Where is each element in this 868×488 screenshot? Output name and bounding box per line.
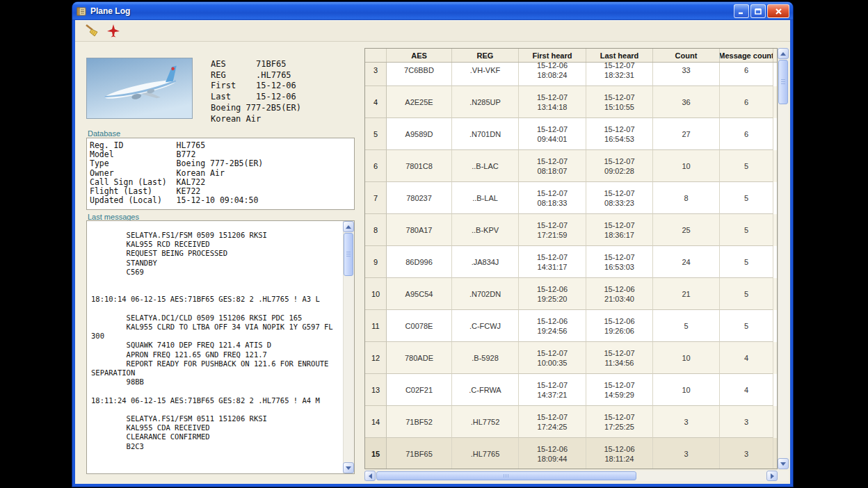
reg-cell: .C-FCWJ — [452, 310, 519, 342]
table-row[interactable]: 8 780A17 ..B-KPV 15-12-0717:21:59 15-12-… — [365, 214, 777, 246]
table-row-selected[interactable]: 15 71BF65 .HL7765 15-12-0618:09:44 15-12… — [365, 438, 777, 469]
message-count-cell: 3 — [720, 406, 773, 438]
count-cell: 10 — [653, 342, 720, 374]
count-cell: 10 — [653, 374, 720, 406]
reg-cell: .JA834J — [452, 246, 519, 278]
row-number-cell: 12 — [365, 342, 387, 374]
header-first-heard[interactable]: First heard — [519, 49, 586, 62]
table-row[interactable]: 10 A95C54 .N702DN 15-12-0619:25:20 15-12… — [365, 278, 777, 310]
table-row[interactable]: 4 A2E25E .N285UP 15-12-0713:14:18 15-12-… — [365, 86, 777, 118]
reg-cell: .HL7765 — [452, 438, 519, 469]
scroll-down-button[interactable] — [343, 462, 354, 473]
last-heard-cell: 15-12-0709:02:28 — [586, 150, 653, 182]
scroll-down-button[interactable] — [778, 458, 789, 469]
message-count-cell: 3 — [720, 438, 773, 469]
aes-cell: C0078E — [387, 310, 452, 342]
message-count-cell: 4 — [720, 342, 773, 374]
header-reg[interactable]: REG — [452, 49, 519, 62]
header-blank[interactable] — [365, 49, 387, 62]
scroll-up-button[interactable] — [778, 48, 789, 59]
row-number-cell: 6 — [365, 150, 387, 182]
table-row[interactable]: 11 C0078E .C-FCWJ 15-12-0619:24:56 15-12… — [365, 310, 777, 342]
count-cell: 25 — [653, 214, 720, 246]
arrow-right-icon — [771, 473, 777, 479]
table-row[interactable]: 13 C02F21 .C-FRWA 15-12-0714:37:21 15-12… — [365, 374, 777, 406]
table-row[interactable]: 5 A9589D .N701DN 15-12-0709:44:01 15-12-… — [365, 118, 777, 150]
header-message-count[interactable]: Message count — [720, 49, 773, 62]
table-scrollbar-thumb[interactable] — [778, 60, 788, 104]
message-count-cell: 5 — [720, 182, 773, 214]
maximize-button[interactable] — [750, 4, 766, 18]
table-row[interactable]: 7 780237 ..B-LAL 15-12-0708:18:33 15-12-… — [365, 182, 777, 214]
header-aes[interactable]: AES — [387, 49, 452, 62]
table-row[interactable]: 6 7801C8 ..B-LAC 15-12-0708:18:07 15-12-… — [365, 150, 777, 182]
messages-text[interactable]: SELATYA.FS1/FSM 0509 151206 RKSI KAL955 … — [87, 221, 342, 473]
window-title: Plane Log — [90, 6, 130, 16]
first-heard-cell: 15-12-0717:21:59 — [519, 214, 586, 246]
close-button[interactable] — [767, 4, 789, 18]
messages-vertical-scrollbar[interactable] — [343, 221, 354, 473]
aes-cell: A2E25E — [387, 86, 452, 118]
reg-cell: ..B-LAL — [452, 182, 519, 214]
first-heard-cell: 15-12-0708:18:33 — [519, 182, 586, 214]
message-count-cell: 6 — [720, 86, 773, 118]
last-heard-cell: 15-12-0714:59:29 — [586, 374, 653, 406]
aes-cell: 71BF65 — [387, 438, 452, 469]
table-row[interactable]: 12 780ADE .B-5928 15-12-0710:00:35 15-12… — [365, 342, 777, 374]
reg-cell: .HL7752 — [452, 406, 519, 438]
aes-cell: A95C54 — [387, 278, 452, 310]
aes-cell: 780237 — [387, 182, 452, 214]
count-cell: 21 — [653, 278, 720, 310]
row-number-cell: 5 — [365, 118, 387, 150]
clear-log-button[interactable] — [82, 22, 100, 40]
last-heard-cell: 15-12-0715:10:55 — [586, 86, 653, 118]
database-panel: Reg. IDHL7765 ModelB772 TypeBoeing 777-2… — [86, 138, 355, 210]
table-hscrollbar-thumb[interactable] — [376, 471, 636, 480]
aes-cell: 780ADE — [387, 342, 452, 374]
reg-cell: ..B-KPV — [452, 214, 519, 246]
aes-cell: C02F21 — [387, 374, 452, 406]
first-heard-cell: 15-12-0618:09:44 — [519, 438, 586, 469]
message-count-cell: 5 — [720, 310, 773, 342]
table-horizontal-scrollbar[interactable] — [364, 471, 778, 481]
aircraft-marker-button[interactable] — [104, 22, 122, 40]
message-count-cell: 4 — [720, 374, 773, 406]
reg-cell: .N702DN — [452, 278, 519, 310]
scroll-left-button[interactable] — [364, 471, 376, 481]
first-heard-cell: 15-12-0618:08:24 — [519, 63, 586, 86]
database-field: Reg. IDHL7765 — [90, 141, 351, 150]
header-last-heard[interactable]: Last heard — [586, 49, 653, 62]
first-heard-cell: 15-12-0619:25:20 — [519, 278, 586, 310]
header-count[interactable]: Count — [653, 49, 720, 62]
database-field: OwnerKorean Air — [90, 169, 351, 178]
aes-cell: 71BF52 — [387, 406, 452, 438]
red-plane-icon — [106, 23, 121, 38]
minimize-icon — [737, 7, 746, 15]
scrollbar-corner — [778, 471, 789, 481]
scroll-right-button[interactable] — [766, 471, 778, 481]
first-heard-cell: 15-12-0709:44:01 — [519, 118, 586, 150]
last-heard-cell: 15-12-0716:53:03 — [586, 246, 653, 278]
reg-cell: .VH-VKF — [452, 63, 519, 86]
table-row[interactable]: 3 7C6BBD .VH-VKF 15-12-0618:08:24 15-12-… — [365, 63, 777, 86]
table-row[interactable]: 9 86D996 .JA834J 15-12-0714:31:17 15-12-… — [365, 246, 777, 278]
message-count-cell: 5 — [720, 278, 773, 310]
reg-cell: .N285UP — [452, 86, 519, 118]
table-vertical-scrollbar[interactable] — [778, 48, 789, 469]
table-header: AES REG First heard Last heard Count Mes… — [365, 49, 777, 63]
aes-cell: 86D996 — [387, 246, 452, 278]
message-count-cell: 6 — [720, 118, 773, 150]
message-count-cell: 5 — [720, 214, 773, 246]
scroll-up-button[interactable] — [343, 221, 354, 232]
last-heard-cell: 15-12-0711:34:56 — [586, 342, 653, 374]
table-row[interactable]: 14 71BF52 .HL7752 15-12-0717:24:25 15-12… — [365, 406, 777, 438]
minimize-button[interactable] — [734, 4, 749, 18]
reg-cell: .C-FRWA — [452, 374, 519, 406]
row-number-cell: 9 — [365, 246, 387, 278]
row-number-cell: 7 — [365, 182, 387, 214]
titlebar[interactable]: Plane Log — [72, 2, 793, 20]
count-cell: 3 — [653, 438, 720, 469]
arrow-up-icon — [346, 222, 351, 229]
aes-cell: 7801C8 — [387, 150, 452, 182]
messages-scrollbar-thumb[interactable] — [344, 233, 353, 276]
